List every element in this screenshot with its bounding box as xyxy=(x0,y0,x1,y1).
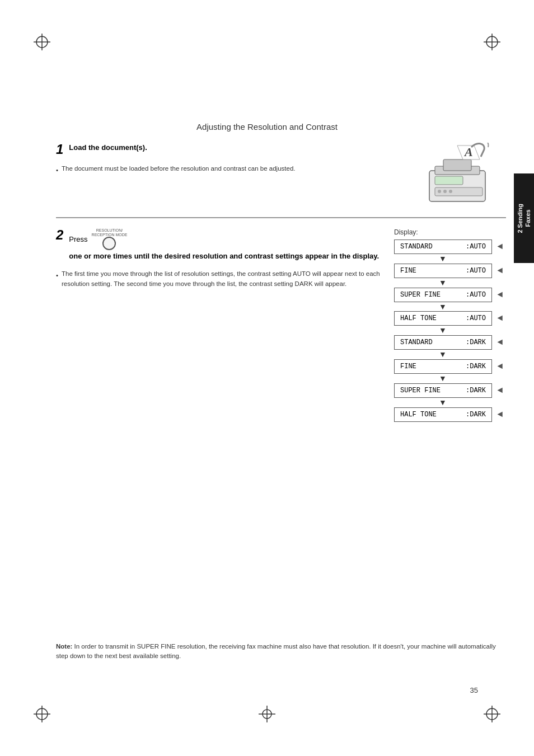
step1-number: 1 xyxy=(56,143,63,156)
display-box-label: HALF TONE xyxy=(400,314,466,322)
display-box: HALF TONE:DARK◄ xyxy=(394,407,492,422)
display-box: FINE:DARK◄ xyxy=(394,359,492,374)
press-text: Press xyxy=(69,235,87,243)
arrow-down-icon: ▼ xyxy=(439,302,447,312)
svg-point-21 xyxy=(443,190,447,193)
display-arrow-icon: ◄ xyxy=(497,337,503,348)
bullet-dot: • xyxy=(56,166,58,175)
svg-rect-19 xyxy=(435,187,483,196)
display-item: HALF TONE:AUTO◄▼ xyxy=(394,311,492,335)
page-title: Adjusting the Resolution and Contrast xyxy=(0,122,534,132)
resolution-button-icon[interactable] xyxy=(102,237,116,250)
main-content: 1 Load the document(s). • The document m… xyxy=(56,143,506,644)
display-box: FINE:AUTO◄ xyxy=(394,264,492,278)
note-section: Note: In order to transmit in SUPER FINE… xyxy=(56,642,503,661)
arrow-down-icon: ▼ xyxy=(439,326,447,335)
svg-point-20 xyxy=(438,190,441,193)
display-box-value: :AUTO xyxy=(466,291,486,299)
display-arrow-icon: ◄ xyxy=(497,266,503,276)
display-box-value: :DARK xyxy=(466,339,486,346)
arrow-down-icon: ▼ xyxy=(439,278,447,288)
display-box: SUPER FINE:DARK◄ xyxy=(394,383,492,398)
step2-display-panel: Display: STANDARD:AUTO◄▼FINE:AUTO◄▼SUPER… xyxy=(394,228,506,422)
display-box-label: FINE xyxy=(400,363,466,370)
display-box-label: STANDARD xyxy=(400,339,466,346)
display-box-label: SUPER FINE xyxy=(400,291,466,299)
display-box-value: :DARK xyxy=(466,387,486,395)
step1-bullet-text: The document must be loaded before the r… xyxy=(62,164,295,175)
svg-point-22 xyxy=(449,190,452,193)
step2-bullet-dot: • xyxy=(56,271,58,289)
display-arrow-icon: ◄ xyxy=(497,313,503,323)
display-box-label: FINE xyxy=(400,267,466,275)
step2-content-left: 2 Press RESOLUTION/ RECEPTION MODE one o… xyxy=(56,228,383,422)
step1-box: 1 Load the document(s). • The document m… xyxy=(56,143,506,218)
display-arrow-icon: ◄ xyxy=(497,361,503,372)
display-box-label: SUPER FINE xyxy=(400,387,466,395)
display-arrow-icon: ◄ xyxy=(497,290,503,300)
display-arrow-icon: ◄ xyxy=(497,386,503,396)
display-box: SUPER FINE:AUTO◄ xyxy=(394,288,492,302)
display-box-value: :DARK xyxy=(466,363,486,370)
svg-rect-15 xyxy=(429,171,485,201)
step2-press-line: Press RESOLUTION/ RECEPTION MODE one or … xyxy=(69,228,383,260)
display-box-value: :AUTO xyxy=(466,243,486,251)
step2-number: 2 xyxy=(56,228,63,242)
arrow-down-icon: ▼ xyxy=(439,398,447,407)
display-arrow-icon: ◄ xyxy=(497,410,503,420)
button-label-line2: RECEPTION MODE xyxy=(92,233,128,237)
display-box: STANDARD:DARK◄ xyxy=(394,335,492,350)
display-item: SUPER FINE:DARK◄▼ xyxy=(394,383,492,407)
display-item: HALF TONE:DARK◄ xyxy=(394,407,492,422)
display-item: SUPER FINE:AUTO◄▼ xyxy=(394,288,492,312)
display-box-label: STANDARD xyxy=(400,243,466,251)
step1-body: • The document must be loaded before the… xyxy=(56,164,405,175)
display-item: STANDARD:DARK◄▼ xyxy=(394,335,492,359)
display-box-value: :AUTO xyxy=(466,267,486,275)
fax-machine-icon: A xyxy=(418,143,505,207)
svg-rect-17 xyxy=(443,159,471,171)
step1-heading: Load the document(s). xyxy=(69,143,147,153)
display-box-value: :AUTO xyxy=(466,314,486,322)
display-arrow-icon: ◄ xyxy=(497,242,503,252)
display-box: STANDARD:AUTO◄ xyxy=(394,240,492,254)
display-box: HALF TONE:AUTO◄ xyxy=(394,311,492,326)
display-box-value: :DARK xyxy=(466,411,486,419)
display-item: FINE:AUTO◄▼ xyxy=(394,264,492,288)
page-number: 35 xyxy=(470,686,478,694)
side-tab: 2 Sending Faxes xyxy=(514,173,534,263)
note-text: In order to transmit in SUPER FINE resol… xyxy=(56,643,496,659)
button-label-line1: RESOLUTION/ xyxy=(96,228,123,233)
step1-content: 1 Load the document(s). • The document m… xyxy=(56,143,405,207)
display-box-label: HALF TONE xyxy=(400,411,466,419)
svg-rect-18 xyxy=(435,176,463,185)
side-tab-text: 2 Sending Faxes xyxy=(516,204,532,233)
display-list: STANDARD:AUTO◄▼FINE:AUTO◄▼SUPER FINE:AUT… xyxy=(394,240,492,422)
arrow-down-icon: ▼ xyxy=(439,350,447,359)
note-label: Note: xyxy=(56,643,72,650)
display-item: FINE:DARK◄▼ xyxy=(394,359,492,383)
step2-bullet-text: The first time you move through the list… xyxy=(62,269,383,289)
arrow-down-icon: ▼ xyxy=(439,254,447,264)
display-label: Display: xyxy=(394,228,418,236)
press-bold-text: one or more times until the desired reso… xyxy=(69,252,379,260)
step2-box: 2 Press RESOLUTION/ RECEPTION MODE one o… xyxy=(56,218,506,422)
step1-illustration: A xyxy=(416,143,506,207)
display-item: STANDARD:AUTO◄▼ xyxy=(394,240,492,264)
step2-body-text: • The first time you move through the li… xyxy=(56,269,383,289)
arrow-down-icon: ▼ xyxy=(439,374,447,383)
